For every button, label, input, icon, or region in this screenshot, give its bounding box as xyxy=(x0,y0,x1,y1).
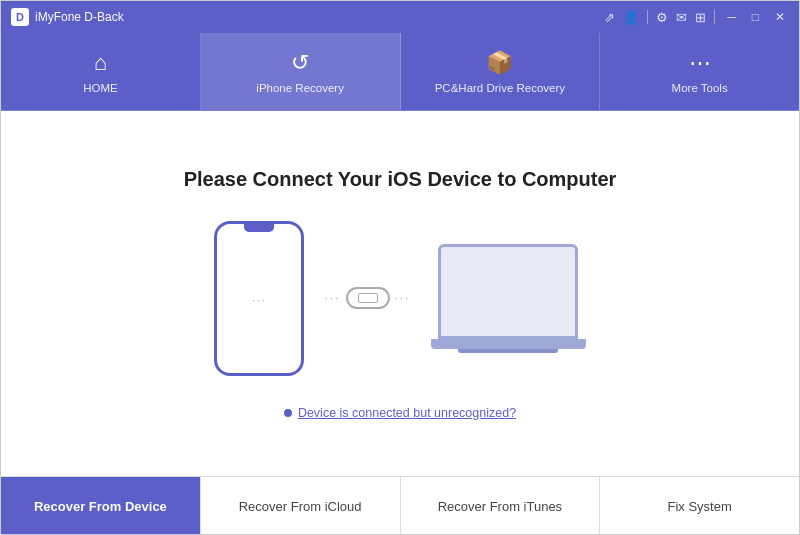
nav-pc-label: PC&Hard Drive Recovery xyxy=(435,82,565,94)
drive-icon: 📦 xyxy=(486,50,513,76)
laptop-foot xyxy=(458,349,558,353)
bottom-tabs: Recover From Device Recover From iCloud … xyxy=(1,476,799,535)
divider2 xyxy=(714,10,715,24)
tab-fix-system-label: Fix System xyxy=(667,499,731,514)
nav-iphone-label: iPhone Recovery xyxy=(256,82,344,94)
phone-outline: ··· xyxy=(214,221,304,376)
help-link[interactable]: Device is connected but unrecognized? xyxy=(284,406,516,420)
nav-more-tools[interactable]: ⋯ More Tools xyxy=(600,33,799,110)
nav-home-label: HOME xyxy=(83,82,118,94)
minimize-button[interactable]: ─ xyxy=(723,10,740,24)
usb-connector-icon xyxy=(346,287,390,309)
connect-title: Please Connect Your iOS Device to Comput… xyxy=(184,168,617,191)
cable-left-dots: ··· xyxy=(324,291,340,305)
divider xyxy=(647,10,648,24)
cable-right-dots: ··· xyxy=(395,291,411,305)
phone-notch xyxy=(244,224,274,232)
close-button[interactable]: ✕ xyxy=(771,10,789,24)
phone-illustration: ··· xyxy=(214,221,304,376)
nav-tools-label: More Tools xyxy=(672,82,728,94)
laptop-base xyxy=(431,339,586,349)
phone-dots: ··· xyxy=(252,295,266,306)
nav-pc-drive[interactable]: 📦 PC&Hard Drive Recovery xyxy=(401,33,601,110)
nav-bar: ⌂ HOME ↺ iPhone Recovery 📦 PC&Hard Drive… xyxy=(1,33,799,111)
title-bar: D iMyFone D-Back ⇗ 👤 ⚙ ✉ ⊞ ─ □ ✕ xyxy=(1,1,799,33)
user-icon[interactable]: 👤 xyxy=(623,10,639,25)
help-dot-icon xyxy=(284,409,292,417)
mail-icon[interactable]: ✉ xyxy=(676,10,687,25)
tab-fix-system[interactable]: Fix System xyxy=(600,477,799,535)
share-icon[interactable]: ⇗ xyxy=(604,10,615,25)
nav-home[interactable]: ⌂ HOME xyxy=(1,33,201,110)
title-bar-controls: ⇗ 👤 ⚙ ✉ ⊞ ─ □ ✕ xyxy=(604,10,789,25)
settings-icon[interactable]: ⚙ xyxy=(656,10,668,25)
iphone-icon: ↺ xyxy=(291,50,309,76)
app-logo: D xyxy=(11,8,29,26)
tab-recover-device-label: Recover From Device xyxy=(34,499,167,514)
tools-icon: ⋯ xyxy=(689,50,711,76)
tab-recover-icloud[interactable]: Recover From iCloud xyxy=(201,477,401,535)
cable-area: ··· ··· xyxy=(324,287,410,309)
maximize-button[interactable]: □ xyxy=(748,10,763,24)
device-illustration: ··· ··· ··· xyxy=(214,221,585,376)
laptop-screen xyxy=(438,244,578,339)
main-content: Please Connect Your iOS Device to Comput… xyxy=(1,111,799,476)
grid-icon[interactable]: ⊞ xyxy=(695,10,706,25)
app-title: iMyFone D-Back xyxy=(35,10,124,24)
nav-iphone-recovery[interactable]: ↺ iPhone Recovery xyxy=(201,33,401,110)
title-bar-left: D iMyFone D-Back xyxy=(11,8,124,26)
tab-recover-icloud-label: Recover From iCloud xyxy=(239,499,362,514)
usb-inner xyxy=(358,293,378,303)
tab-recover-itunes[interactable]: Recover From iTunes xyxy=(401,477,601,535)
tab-recover-device[interactable]: Recover From Device xyxy=(1,477,201,535)
laptop-illustration xyxy=(431,244,586,353)
help-link-text: Device is connected but unrecognized? xyxy=(298,406,516,420)
tab-recover-itunes-label: Recover From iTunes xyxy=(438,499,563,514)
home-icon: ⌂ xyxy=(94,50,107,76)
